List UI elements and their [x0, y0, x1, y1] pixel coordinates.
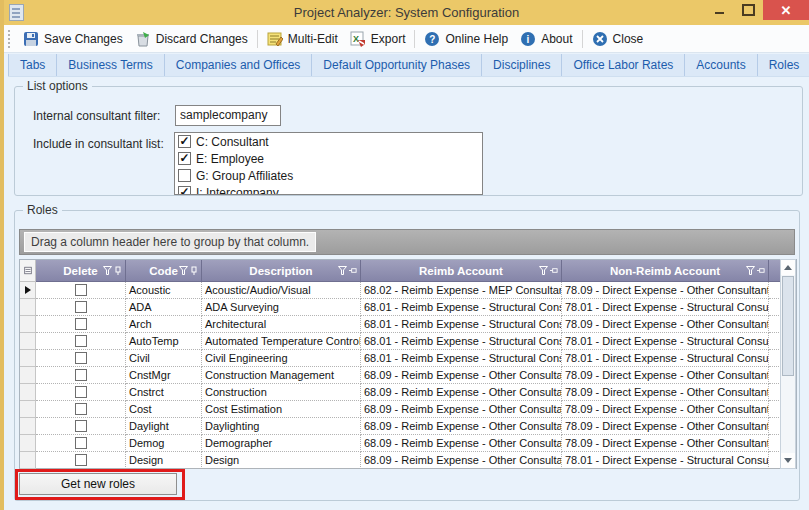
non-reimb-account-cell[interactable]: 78.01 - Direct Expense - Structural Cons…	[562, 350, 769, 367]
delete-checkbox[interactable]	[75, 318, 87, 330]
export-button[interactable]: X Export	[344, 28, 412, 50]
tab-office-labor-rates[interactable]: Office Labor Rates	[562, 54, 685, 76]
row-selector[interactable]	[20, 401, 36, 418]
close-button[interactable]: Close	[586, 28, 650, 50]
non-reimb-account-cell[interactable]: 78.09 - Direct Expense - Other Consultan…	[562, 367, 769, 384]
filter-icon[interactable]	[539, 266, 548, 275]
code-cell[interactable]: ADA	[126, 299, 202, 316]
consultant-type-item[interactable]: E: Employee	[175, 150, 482, 167]
delete-checkbox[interactable]	[75, 403, 87, 415]
non-reimb-account-cell[interactable]: 78.09 - Direct Expense - Other Consultan…	[562, 384, 769, 401]
save-changes-button[interactable]: Save Changes	[17, 28, 129, 50]
row-selector[interactable]	[20, 435, 36, 452]
reimb-account-cell[interactable]: 68.01 - Reimb Expense - Structural Cons.…	[361, 316, 562, 333]
non-reimb-account-cell[interactable]: 78.09 - Direct Expense - Other Consultan…	[562, 401, 769, 418]
reimb-account-cell[interactable]: 68.09 - Reimb Expense - Other Consultan.…	[361, 401, 562, 418]
description-cell[interactable]: Construction Management	[202, 367, 361, 384]
consultant-type-item[interactable]: I: Intercompany	[175, 184, 482, 195]
scrollbar-thumb[interactable]	[782, 276, 794, 376]
delete-checkbox[interactable]	[75, 420, 87, 432]
column-header-non-reimb-account[interactable]: Non-Reimb Account	[562, 260, 769, 282]
multi-edit-button[interactable]: Multi-Edit	[261, 28, 344, 50]
row-selector[interactable]	[20, 384, 36, 401]
pin-icon[interactable]	[550, 266, 558, 275]
filter-icon[interactable]	[746, 266, 755, 275]
scroll-up-button[interactable]	[781, 260, 795, 275]
discard-changes-button[interactable]: Discard Changes	[129, 28, 254, 50]
delete-cell[interactable]	[36, 299, 126, 316]
scroll-down-button[interactable]	[781, 453, 795, 468]
row-selector[interactable]	[20, 367, 36, 384]
description-cell[interactable]: Civil Engineering	[202, 350, 361, 367]
reimb-account-cell[interactable]: 68.09 - Reimb Expense - Other Consultan.…	[361, 452, 562, 469]
delete-cell[interactable]	[36, 435, 126, 452]
row-selector[interactable]	[20, 350, 36, 367]
delete-cell[interactable]	[36, 401, 126, 418]
row-selector[interactable]	[20, 316, 36, 333]
grid-customize-button[interactable]	[20, 260, 36, 282]
non-reimb-account-cell[interactable]: 78.01 - Direct Expense - Structural Cons…	[562, 452, 769, 469]
checkbox[interactable]	[178, 169, 191, 182]
non-reimb-account-cell[interactable]: 78.09 - Direct Expense - Other Consultan…	[562, 418, 769, 435]
online-help-button[interactable]: ? Online Help	[418, 28, 514, 50]
tab-roles[interactable]: Roles	[758, 54, 809, 76]
window-close-button[interactable]: ✕	[763, 0, 809, 20]
reimb-account-cell[interactable]: 68.02 - Reimb Expense - MEP Consultant	[361, 282, 562, 299]
column-header-delete[interactable]: Delete	[36, 260, 126, 282]
reimb-account-cell[interactable]: 68.01 - Reimb Expense - Structural Cons.…	[361, 299, 562, 316]
minimize-button[interactable]	[705, 0, 734, 20]
description-cell[interactable]: Construction	[202, 384, 361, 401]
code-cell[interactable]: Arch	[126, 316, 202, 333]
delete-checkbox[interactable]	[75, 437, 87, 449]
code-cell[interactable]: Cnstrct	[126, 384, 202, 401]
group-by-panel[interactable]: Drag a column header here to group by th…	[19, 229, 795, 255]
pin-icon[interactable]	[190, 266, 198, 275]
checkbox[interactable]	[178, 135, 191, 148]
code-cell[interactable]: CnstMgr	[126, 367, 202, 384]
non-reimb-account-cell[interactable]: 78.09 - Direct Expense - Other Consultan…	[562, 316, 769, 333]
column-header-code[interactable]: Code	[126, 260, 202, 282]
tab-accounts[interactable]: Accounts	[685, 54, 757, 76]
reimb-account-cell[interactable]: 68.09 - Reimb Expense - Other Consultan.…	[361, 435, 562, 452]
maximize-button[interactable]	[734, 0, 763, 20]
pin-icon[interactable]	[757, 266, 765, 275]
get-new-roles-button[interactable]: Get new roles	[19, 473, 177, 495]
row-selector[interactable]	[20, 333, 36, 350]
delete-cell[interactable]	[36, 384, 126, 401]
delete-checkbox[interactable]	[75, 335, 87, 347]
code-cell[interactable]: Acoustic	[126, 282, 202, 299]
pin-icon[interactable]	[349, 266, 357, 275]
description-cell[interactable]: Acoustic/Audio/Visual	[202, 282, 361, 299]
filter-icon[interactable]	[103, 266, 112, 275]
about-button[interactable]: i About	[514, 28, 578, 50]
delete-cell[interactable]	[36, 367, 126, 384]
column-header-reimb-account[interactable]: Reimb Account	[361, 260, 562, 282]
reimb-account-cell[interactable]: 68.09 - Reimb Expense - Other Consultan.…	[361, 418, 562, 435]
vertical-scrollbar[interactable]	[780, 259, 796, 469]
delete-checkbox[interactable]	[75, 386, 87, 398]
delete-checkbox[interactable]	[75, 454, 87, 466]
code-cell[interactable]: Daylight	[126, 418, 202, 435]
code-cell[interactable]: Demog	[126, 435, 202, 452]
code-cell[interactable]: Design	[126, 452, 202, 469]
tab-companies-and-offices[interactable]: Companies and Offices	[165, 54, 313, 76]
description-cell[interactable]: ADA Surveying	[202, 299, 361, 316]
row-selector[interactable]	[20, 452, 36, 469]
delete-cell[interactable]	[36, 282, 126, 299]
reimb-account-cell[interactable]: 68.09 - Reimb Expense - Other Consultan.…	[361, 384, 562, 401]
description-cell[interactable]: Automated Temperature Control	[202, 333, 361, 350]
internal-consultant-filter-input[interactable]: samplecompany	[175, 105, 281, 126]
delete-cell[interactable]	[36, 350, 126, 367]
delete-checkbox[interactable]	[75, 352, 87, 364]
non-reimb-account-cell[interactable]: 78.09 - Direct Expense - Other Consultan…	[562, 282, 769, 299]
non-reimb-account-cell[interactable]: 78.01 - Direct Expense - Structural Cons…	[562, 333, 769, 350]
checkbox[interactable]	[178, 186, 191, 195]
delete-cell[interactable]	[36, 452, 126, 469]
reimb-account-cell[interactable]: 68.01 - Reimb Expense - Structural Cons.…	[361, 350, 562, 367]
reimb-account-cell[interactable]: 68.09 - Reimb Expense - Other Consultan.…	[361, 367, 562, 384]
delete-checkbox[interactable]	[75, 369, 87, 381]
row-selector[interactable]	[20, 299, 36, 316]
code-cell[interactable]: Cost	[126, 401, 202, 418]
delete-cell[interactable]	[36, 418, 126, 435]
delete-checkbox[interactable]	[75, 301, 87, 313]
